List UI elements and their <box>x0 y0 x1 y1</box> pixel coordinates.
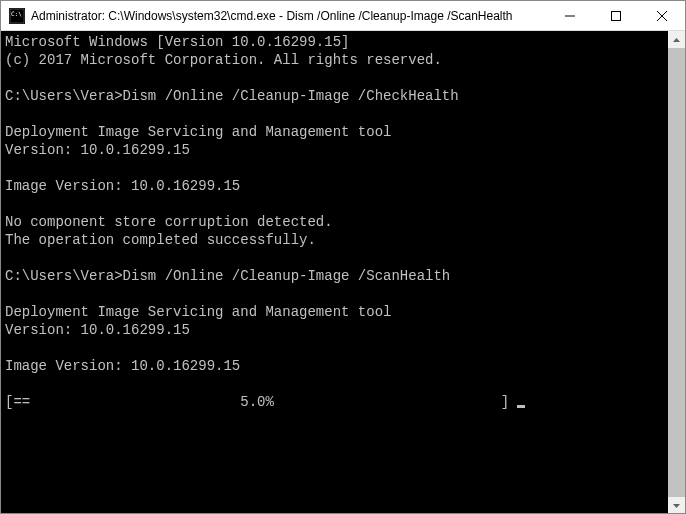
minimize-icon <box>565 11 575 21</box>
scroll-track[interactable] <box>668 48 685 497</box>
terminal-line: Deployment Image Servicing and Managemen… <box>5 303 664 321</box>
terminal-line: Microsoft Windows [Version 10.0.16299.15… <box>5 33 664 51</box>
terminal-output[interactable]: Microsoft Windows [Version 10.0.16299.15… <box>1 31 668 514</box>
terminal-line <box>5 249 664 267</box>
terminal-line <box>5 285 664 303</box>
terminal-area: Microsoft Windows [Version 10.0.16299.15… <box>1 31 685 514</box>
scroll-down-arrow-icon[interactable] <box>668 497 685 514</box>
window-controls <box>547 1 685 30</box>
terminal-line: C:\Users\Vera>Dism /Online /Cleanup-Imag… <box>5 87 664 105</box>
vertical-scrollbar[interactable] <box>668 31 685 514</box>
terminal-line <box>5 339 664 357</box>
window-title: Administrator: C:\Windows\system32\cmd.e… <box>31 9 547 23</box>
terminal-line: C:\Users\Vera>Dism /Online /Cleanup-Imag… <box>5 267 664 285</box>
close-icon <box>657 11 667 21</box>
terminal-line: Image Version: 10.0.16299.15 <box>5 177 664 195</box>
terminal-line: Deployment Image Servicing and Managemen… <box>5 123 664 141</box>
scroll-thumb[interactable] <box>668 48 685 497</box>
cursor <box>517 405 525 408</box>
terminal-line <box>5 105 664 123</box>
scroll-up-arrow-icon[interactable] <box>668 31 685 48</box>
terminal-line: Version: 10.0.16299.15 <box>5 141 664 159</box>
close-button[interactable] <box>639 1 685 30</box>
svg-marker-8 <box>673 504 680 508</box>
terminal-line <box>5 375 664 393</box>
terminal-line <box>5 195 664 213</box>
progress-line: [== 5.0% ] <box>5 393 664 411</box>
terminal-line: The operation completed successfully. <box>5 231 664 249</box>
terminal-line: Image Version: 10.0.16299.15 <box>5 357 664 375</box>
minimize-button[interactable] <box>547 1 593 30</box>
svg-rect-4 <box>612 11 621 20</box>
svg-marker-7 <box>673 38 680 42</box>
titlebar[interactable]: C:\ Administrator: C:\Windows\system32\c… <box>1 1 685 31</box>
terminal-line: Version: 10.0.16299.15 <box>5 321 664 339</box>
terminal-line: (c) 2017 Microsoft Corporation. All righ… <box>5 51 664 69</box>
terminal-line <box>5 69 664 87</box>
cmd-icon: C:\ <box>9 8 25 24</box>
maximize-icon <box>611 11 621 21</box>
terminal-line: No component store corruption detected. <box>5 213 664 231</box>
maximize-button[interactable] <box>593 1 639 30</box>
terminal-line <box>5 159 664 177</box>
svg-text:C:\: C:\ <box>11 10 22 17</box>
